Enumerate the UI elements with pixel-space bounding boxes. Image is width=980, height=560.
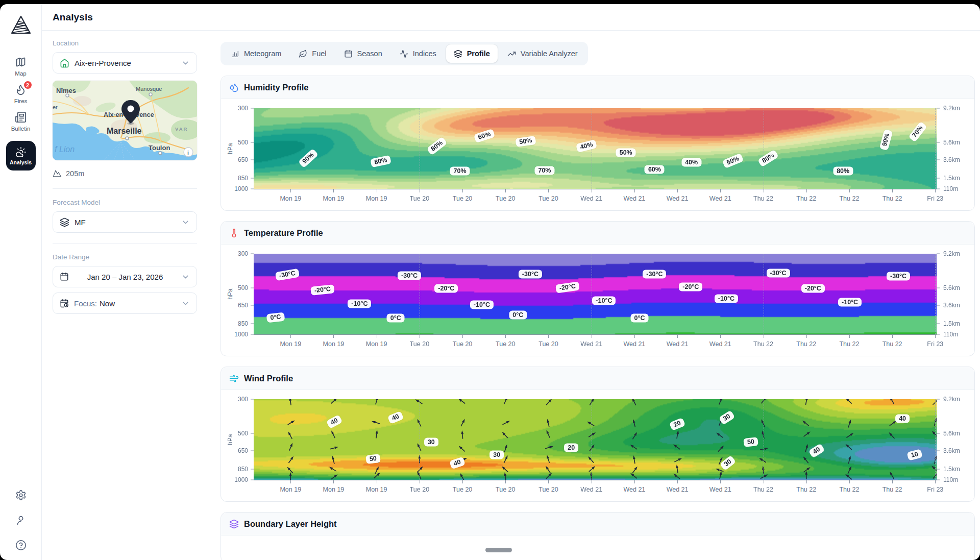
temperature-contour-chart[interactable]: 3009.2km5005.6km6503.6km8501.5km1000110m… bbox=[221, 245, 974, 353]
x-tick-label: Thu 22 bbox=[883, 195, 902, 202]
boundary-layer-height-card: Boundary Layer Height bbox=[220, 512, 975, 560]
map-city-manosque: Manosque bbox=[136, 86, 162, 92]
y-tick-label-left: 500 bbox=[238, 284, 248, 291]
y-tick-label-left: 500 bbox=[238, 139, 248, 146]
x-tick-mark bbox=[377, 480, 377, 483]
focus-select[interactable]: Focus:Now bbox=[53, 293, 197, 314]
card-title: Boundary Layer Height bbox=[244, 519, 337, 529]
card-title: Humidity Profile bbox=[244, 83, 309, 92]
day-boundary-gridline bbox=[592, 399, 592, 480]
layers-icon bbox=[229, 519, 239, 529]
chevron-down-icon bbox=[181, 218, 190, 227]
elevation-row: 205m bbox=[53, 169, 197, 178]
x-tick-label: Thu 22 bbox=[839, 340, 859, 348]
contour-label: 70% bbox=[534, 166, 554, 175]
y-tick-label-left: 650 bbox=[238, 302, 248, 309]
plot-area[interactable]: 3009.2km5005.6km6503.6km8501.5km1000110m… bbox=[254, 108, 937, 189]
tab-indices[interactable]: Indices bbox=[392, 44, 444, 63]
y-tick-mark bbox=[937, 334, 940, 335]
x-tick-mark bbox=[806, 335, 807, 338]
y-tick-mark bbox=[937, 178, 940, 178]
settings-gear-icon[interactable] bbox=[15, 490, 27, 501]
y-tick-mark bbox=[251, 469, 254, 469]
x-axis-line bbox=[254, 189, 937, 189]
location-mini-map[interactable]: Nîmes er Manosque Aix-en-Provence Marsei… bbox=[53, 81, 197, 160]
boundary-layer-chart[interactable] bbox=[221, 535, 974, 559]
svg-text:i: i bbox=[187, 150, 189, 156]
x-tick-label: Wed 21 bbox=[709, 486, 731, 493]
y-tick-label-left: 300 bbox=[238, 396, 248, 403]
plot-area[interactable]: 3009.2km5005.6km6503.6km8501.5km1000110m… bbox=[254, 399, 937, 480]
user-icon[interactable] bbox=[15, 515, 27, 526]
contour-label: -10°C bbox=[838, 298, 862, 306]
x-tick-mark bbox=[290, 480, 291, 483]
contour-label: -10°C bbox=[470, 300, 494, 309]
x-tick-label: Tue 20 bbox=[538, 340, 558, 348]
sidebar-item-map[interactable]: Map bbox=[5, 56, 37, 77]
x-tick-label: Mon 19 bbox=[366, 195, 387, 202]
x-tick-mark bbox=[892, 189, 893, 192]
y-tick-mark bbox=[251, 433, 254, 434]
tab-variable-analyzer[interactable]: Variable Analyzer bbox=[500, 44, 585, 63]
tab-meteogram[interactable]: Meteogram bbox=[223, 44, 289, 63]
tab-profile[interactable]: Profile bbox=[446, 44, 498, 63]
contour-label: 20 bbox=[564, 443, 578, 452]
y-tick-label-left: 850 bbox=[238, 175, 248, 182]
contour-label: -10°C bbox=[348, 299, 371, 308]
help-circle-icon[interactable] bbox=[15, 540, 27, 551]
y-tick-label-right: 1.5km bbox=[943, 175, 960, 182]
y-tick-mark bbox=[937, 433, 940, 434]
x-tick-label: Thu 22 bbox=[839, 486, 859, 493]
y-tick-label-right: 5.6km bbox=[943, 430, 960, 437]
contour-canvas[interactable] bbox=[254, 254, 937, 334]
x-tick-label: Tue 20 bbox=[538, 195, 558, 202]
plot-area[interactable]: 3009.2km5005.6km6503.6km8501.5km1000110m… bbox=[254, 254, 937, 334]
y-axis-title: hPa bbox=[227, 434, 234, 445]
x-tick-label: Thu 22 bbox=[883, 340, 902, 348]
wind-contour-chart[interactable]: 3009.2km5005.6km6503.6km8501.5km1000110m… bbox=[221, 390, 974, 498]
x-tick-mark bbox=[634, 189, 635, 192]
y-tick-label-right: 9.2km bbox=[943, 250, 960, 257]
x-axis-line bbox=[254, 334, 937, 335]
x-tick-label: Thu 22 bbox=[796, 340, 816, 348]
x-tick-label: Mon 19 bbox=[323, 195, 345, 202]
x-tick-mark bbox=[720, 480, 721, 483]
contour-label: -10°C bbox=[592, 296, 616, 305]
contour-canvas[interactable] bbox=[254, 108, 937, 189]
activity-icon bbox=[400, 50, 408, 58]
x-tick-mark bbox=[892, 335, 893, 338]
page-title: Analysis bbox=[53, 12, 93, 23]
contour-label: -30°C bbox=[398, 271, 421, 280]
x-tick-label: Wed 21 bbox=[667, 340, 689, 348]
app-logo-icon[interactable] bbox=[11, 15, 31, 37]
date-range-select[interactable]: Jan 20 – Jan 23, 2026 bbox=[53, 266, 197, 287]
sidebar-item-label: Bulletin bbox=[11, 126, 31, 132]
contour-label: -30°C bbox=[643, 270, 666, 278]
location-select[interactable]: Aix-en-Provence bbox=[53, 52, 197, 74]
tab-season[interactable]: Season bbox=[336, 44, 390, 63]
x-tick-mark bbox=[548, 335, 549, 338]
x-tick-label: Wed 21 bbox=[580, 195, 602, 202]
y-tick-label-right: 1.5km bbox=[943, 320, 960, 327]
x-axis-line bbox=[254, 480, 937, 480]
tab-fuel[interactable]: Fuel bbox=[291, 44, 334, 63]
x-tick-mark bbox=[764, 480, 764, 483]
y-tick-mark bbox=[937, 451, 940, 451]
sidebar-item-fires[interactable]: 2 Fires bbox=[5, 84, 37, 104]
x-tick-label: Tue 20 bbox=[453, 340, 472, 348]
x-tick-mark bbox=[720, 335, 721, 338]
humidity-contour-chart[interactable]: 3009.2km5005.6km6503.6km8501.5km1000110m… bbox=[221, 99, 974, 207]
x-tick-label: Wed 21 bbox=[667, 486, 689, 493]
x-tick-mark bbox=[592, 335, 592, 338]
y-tick-label-left: 1000 bbox=[234, 476, 248, 483]
sidebar-item-bulletin[interactable]: Bulletin bbox=[5, 111, 37, 132]
scroll-drag-handle[interactable] bbox=[485, 548, 512, 552]
y-tick-label-right: 3.6km bbox=[943, 156, 960, 163]
map-info-icon[interactable]: i bbox=[184, 148, 193, 157]
card-title: Wind Profile bbox=[244, 374, 293, 383]
y-tick-mark bbox=[251, 399, 254, 400]
map-city-edge: er bbox=[53, 104, 58, 110]
forecast-model-select[interactable]: MF bbox=[53, 211, 197, 233]
sidebar-item-analysis[interactable]: Analysis bbox=[6, 141, 36, 171]
x-tick-mark bbox=[290, 189, 291, 192]
